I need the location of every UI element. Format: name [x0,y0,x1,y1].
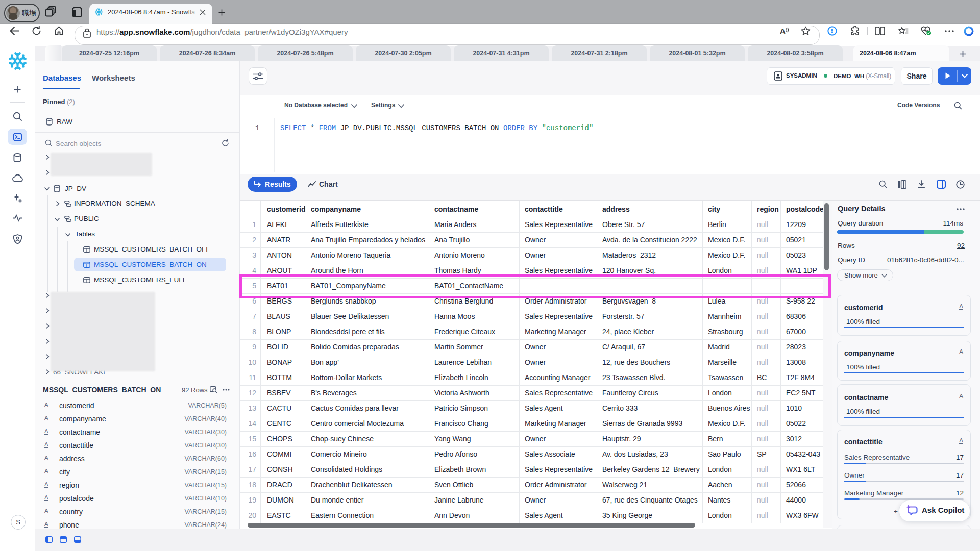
svg-text:A: A [780,27,786,35]
